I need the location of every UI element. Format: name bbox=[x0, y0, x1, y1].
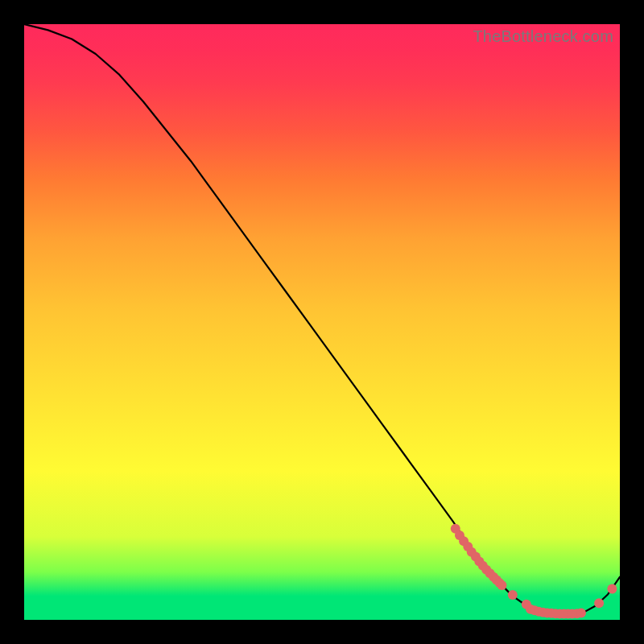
watermark-text: TheBottleneck.com bbox=[473, 27, 613, 46]
marker-dot bbox=[471, 552, 481, 562]
marker-dot bbox=[485, 568, 495, 578]
marker-dot bbox=[526, 605, 535, 614]
marker-dot bbox=[467, 547, 477, 557]
marker-dot bbox=[555, 609, 564, 619]
marker-dot bbox=[474, 556, 484, 566]
marker-dot bbox=[489, 572, 498, 582]
marker-dot bbox=[495, 578, 505, 588]
marker-dot bbox=[463, 542, 473, 551]
marker-dot bbox=[530, 605, 539, 615]
marker-dot bbox=[492, 575, 502, 584]
marker-dot bbox=[607, 584, 617, 594]
marker-dot bbox=[559, 609, 568, 619]
marker-dot bbox=[522, 600, 531, 609]
marker-dot bbox=[481, 565, 491, 575]
marker-dot bbox=[508, 590, 518, 600]
marker-dot bbox=[455, 530, 464, 540]
plot-area: TheBottleneck.com bbox=[24, 24, 620, 620]
marker-dot bbox=[551, 609, 560, 618]
marker-dot bbox=[478, 561, 488, 571]
marker-dot bbox=[568, 609, 577, 619]
marker-dot bbox=[451, 524, 460, 534]
marker-dot bbox=[564, 609, 573, 619]
marker-dot bbox=[547, 609, 556, 618]
marker-dot bbox=[534, 607, 543, 617]
marker-dot bbox=[543, 608, 552, 617]
marker-dot bbox=[572, 609, 582, 618]
chart-frame: TheBottleneck.com bbox=[0, 0, 644, 644]
marker-dot bbox=[459, 536, 469, 546]
curve-layer bbox=[24, 24, 620, 620]
marker-dot bbox=[539, 608, 548, 617]
marker-dot bbox=[576, 608, 586, 617]
marker-dot bbox=[594, 598, 604, 608]
marker-layer bbox=[451, 524, 617, 619]
bottleneck-curve bbox=[24, 24, 620, 614]
marker-dot bbox=[497, 580, 506, 590]
